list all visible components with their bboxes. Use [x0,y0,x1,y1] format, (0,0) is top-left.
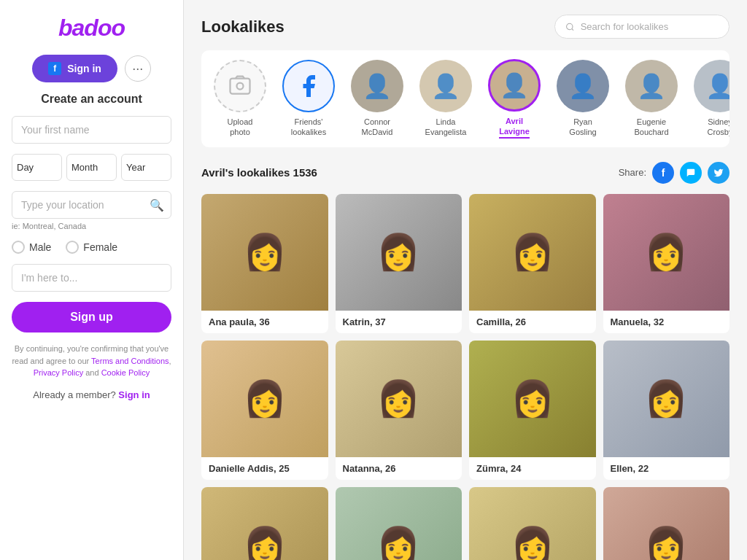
lookalike-card-2[interactable]: 👩 Katrin, 37 [336,194,462,333]
share-facebook-button[interactable]: f [652,162,674,184]
lookalike-grid: 👩 Ana paula, 36 👩 Katrin, 37 👩 Camilla, … [201,194,729,560]
gender-female-option[interactable]: Female [66,241,117,254]
search-icon: 🔍 [150,198,164,212]
male-label: Male [29,241,51,253]
share-row: Share: f [619,162,729,184]
linda-avatar: 👤 [419,60,472,112]
already-member-text: Already a member? Sign in [33,389,150,400]
share-twitter-button[interactable] [708,162,729,184]
female-label: Female [83,241,117,253]
more-icon: ··· [132,61,143,77]
celeb-item-ryan[interactable]: 👤 RyanGosling [550,60,616,138]
signin-button[interactable]: f Sign in [32,55,117,82]
more-options-button[interactable]: ··· [125,55,151,82]
celeb-item-avril[interactable]: 👤 AvrilLavigne [481,59,547,139]
facebook-icon: f [48,62,61,75]
gender-male-option[interactable]: Male [12,241,51,254]
lookalike-label-5: Danielle Addis, 25 [201,457,328,480]
celeb-item-sidney[interactable]: 👤 SidneyCrosby [687,60,729,138]
celeb-item-upload[interactable]: Uploadphoto [207,60,273,138]
lookalike-card-1[interactable]: 👩 Ana paula, 36 [201,194,328,333]
celeb-name-sidney: SidneyCrosby [708,117,729,138]
lookalike-card-12[interactable]: 👩 [603,487,730,560]
connor-avatar: 👤 [351,60,403,112]
lookalike-label-2: Katrin, 37 [336,311,462,333]
sidebar: badoo f Sign in ··· Create an account Da… [0,0,184,560]
share-label: Share: [619,167,646,178]
celeb-name-avril: AvrilLavigne [499,116,530,139]
page-title: Lookalikes [201,18,285,36]
celeb-name-friends: Friends'lookalikes [291,117,326,138]
lookalike-label-4: Manuela, 32 [603,311,730,333]
lookalike-label-3: Camilla, 26 [469,311,596,333]
location-input[interactable] [12,191,171,219]
logo: badoo [58,15,125,42]
celeb-item-connor[interactable]: 👤 ConnorMcDavid [344,60,410,138]
lookalike-card-4[interactable]: 👩 Manuela, 32 [603,194,730,333]
signup-button[interactable]: Sign up [12,302,171,332]
celeb-item-friends[interactable]: Friends'lookalikes [276,60,341,138]
svg-rect-1 [231,79,250,94]
signin-link[interactable]: Sign in [118,389,150,400]
celeb-name-upload: Uploadphoto [228,117,253,138]
lookalike-card-11[interactable]: 👩 [469,487,596,560]
upload-avatar [214,60,266,112]
female-radio[interactable] [66,241,79,254]
celeb-name-linda: LindaEvangelista [425,117,467,138]
lookalike-label-6: Natanna, 26 [336,457,462,480]
sidney-avatar: 👤 [694,60,729,112]
date-row: Day Month Year [12,154,171,181]
search-icon [565,22,575,32]
day-select[interactable]: Day [12,154,62,181]
gender-row: Male Female [12,241,171,254]
ryan-avatar: 👤 [557,60,609,112]
lookalike-card-10[interactable]: 👩 [336,487,462,560]
main-header: Lookalikes [201,15,729,39]
male-radio[interactable] [12,241,25,254]
lookalike-card-7[interactable]: 👩 Zümra, 24 [469,341,596,480]
lookalike-label-1: Ana paula, 36 [201,311,328,333]
svg-point-2 [237,83,244,90]
month-select[interactable]: Month [66,154,117,181]
signup-label: Sign up [70,311,113,323]
location-hint: ie: Montreal, Canada [12,222,86,230]
search-bar [554,15,729,39]
im-here-select[interactable]: I'm here to... [12,264,171,292]
lookalike-card-3[interactable]: 👩 Camilla, 26 [469,194,596,333]
svg-point-0 [567,23,573,29]
terms-link[interactable]: Terms and Conditions [91,357,169,365]
celeb-name-eugenie: EugenieBouchard [634,117,668,138]
lookalike-card-9[interactable]: 👩 [201,487,328,560]
terms-text: By continuing, you're confirming that yo… [12,343,171,379]
lookalike-label-8: Ellen, 22 [603,457,730,480]
search-input[interactable] [581,21,719,32]
signin-row: f Sign in ··· [32,55,151,82]
eugenie-avatar: 👤 [625,60,678,112]
year-select[interactable]: Year [121,154,171,181]
lookalike-card-8[interactable]: 👩 Ellen, 22 [603,341,730,480]
avril-avatar: 👤 [488,59,541,112]
section-title: Avril's lookalikes 1536 [201,166,317,179]
first-name-input[interactable] [12,116,171,144]
celeb-name-connor: ConnorMcDavid [362,117,393,138]
friends-avatar [282,60,335,112]
lookalike-card-6[interactable]: 👩 Natanna, 26 [336,341,462,480]
celeb-item-linda[interactable]: 👤 LindaEvangelista [413,60,479,138]
celeb-item-eugenie[interactable]: 👤 EugenieBouchard [619,60,684,138]
signin-label: Sign in [67,63,101,74]
main-content: Lookalikes Uploadphoto Fr [184,0,747,560]
lookalike-label-7: Zümra, 24 [469,457,596,480]
section-header: Avril's lookalikes 1536 Share: f [201,162,729,184]
celebrity-carousel: Uploadphoto Friends'lookalikes 👤 ConnorM… [201,50,729,147]
privacy-link[interactable]: Privacy Policy [34,368,83,377]
lookalike-card-5[interactable]: 👩 Danielle Addis, 25 [201,341,328,480]
location-wrap: 🔍 [12,191,171,219]
share-message-button[interactable] [680,162,702,184]
cookie-link[interactable]: Cookie Policy [101,368,150,377]
celeb-name-ryan: RyanGosling [569,117,596,138]
create-account-label: Create an account [41,93,142,106]
